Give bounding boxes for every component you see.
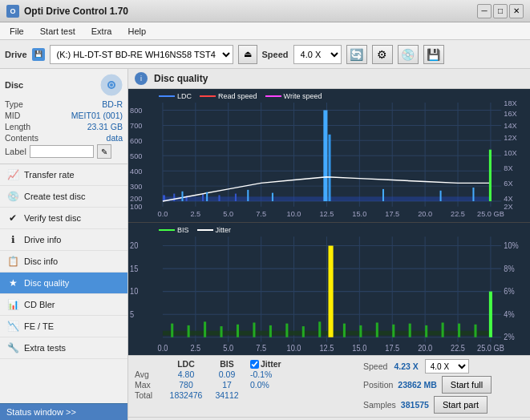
chart-title: Disc quality bbox=[154, 73, 208, 84]
svg-text:2%: 2% bbox=[504, 332, 515, 341]
svg-text:20: 20 bbox=[130, 240, 139, 250]
refresh-button[interactable]: 🔄 bbox=[346, 45, 367, 64]
svg-rect-55 bbox=[218, 195, 220, 201]
sidebar-label-disc-info: Disc info bbox=[24, 256, 58, 266]
jitter-avg: -0.1% bbox=[247, 370, 311, 379]
svg-text:5.0: 5.0 bbox=[223, 343, 233, 353]
svg-text:100: 100 bbox=[130, 203, 142, 211]
sidebar-item-fe-te[interactable]: 📉 FE / TE bbox=[0, 316, 127, 337]
svg-rect-63 bbox=[382, 189, 384, 201]
samples-value: 381575 bbox=[401, 400, 429, 410]
svg-text:700: 700 bbox=[130, 123, 142, 131]
svg-rect-58 bbox=[328, 135, 330, 201]
svg-text:6X: 6X bbox=[504, 180, 512, 188]
speed-selector-chart[interactable]: 4.0 X bbox=[425, 359, 469, 374]
svg-text:0.0: 0.0 bbox=[158, 210, 168, 218]
menu-start-test[interactable]: Start test bbox=[34, 25, 82, 38]
svg-rect-113 bbox=[318, 321, 321, 337]
svg-rect-120 bbox=[425, 325, 427, 337]
svg-text:2.5: 2.5 bbox=[190, 210, 200, 218]
speed-value: 4.23 X bbox=[394, 361, 418, 371]
sidebar-item-transfer-rate[interactable]: 📈 Transfer rate bbox=[0, 164, 127, 186]
sidebar-label-create-test-disc: Create test disc bbox=[24, 192, 85, 201]
samples-label: Samples bbox=[363, 400, 396, 410]
sidebar-item-verify-test-disc[interactable]: ✔ Verify test disc bbox=[0, 208, 127, 229]
menu-bar: File Start test Extra Help bbox=[0, 22, 530, 40]
svg-text:2.5: 2.5 bbox=[190, 343, 200, 353]
svg-text:8%: 8% bbox=[504, 264, 515, 273]
title-bar: O Opti Drive Control 1.70 ─ □ ✕ bbox=[0, 0, 530, 22]
disc-button[interactable]: 💿 bbox=[398, 45, 419, 64]
close-button[interactable]: ✕ bbox=[509, 4, 524, 18]
window-title: Opti Drive Control 1.70 bbox=[24, 6, 128, 17]
svg-text:18X: 18X bbox=[504, 99, 516, 107]
content-area: i Disc quality LDC Read speed bbox=[128, 69, 530, 420]
menu-extra[interactable]: Extra bbox=[85, 25, 119, 38]
label-input[interactable] bbox=[30, 145, 94, 158]
svg-text:25.0 GB: 25.0 GB bbox=[477, 343, 504, 353]
maximize-button[interactable]: □ bbox=[493, 4, 508, 18]
status-window-btn[interactable]: Status window >> bbox=[0, 403, 127, 420]
sidebar-item-disc-quality[interactable]: ★ Disc quality bbox=[0, 273, 127, 294]
svg-text:10: 10 bbox=[130, 286, 139, 296]
start-part-button[interactable]: Start part bbox=[434, 396, 488, 414]
settings-button[interactable]: ⚙ bbox=[372, 45, 393, 64]
svg-text:12.5: 12.5 bbox=[319, 343, 334, 353]
sidebar-label-disc-quality: Disc quality bbox=[24, 278, 69, 288]
jitter-checkbox[interactable] bbox=[250, 360, 259, 369]
svg-text:12X: 12X bbox=[504, 135, 516, 143]
jitter-total bbox=[247, 390, 311, 400]
svg-text:14X: 14X bbox=[504, 123, 516, 131]
jitter-max: 0.0% bbox=[247, 380, 311, 390]
position-label: Position bbox=[363, 380, 393, 390]
title-buttons: ─ □ ✕ bbox=[477, 4, 524, 18]
top-chart-svg: 800 700 600 500 400 300 200 100 18X 16X … bbox=[128, 89, 530, 222]
svg-text:17.5: 17.5 bbox=[385, 210, 399, 218]
svg-rect-64 bbox=[440, 191, 442, 201]
svg-text:2X: 2X bbox=[504, 203, 512, 211]
svg-text:15.0: 15.0 bbox=[352, 343, 366, 353]
svg-rect-112 bbox=[302, 326, 305, 337]
save-button[interactable]: 💾 bbox=[423, 45, 444, 64]
top-chart: LDC Read speed Write speed bbox=[128, 89, 530, 222]
speed-label: Speed bbox=[262, 50, 289, 59]
disc-info-icon: 📋 bbox=[6, 255, 19, 268]
svg-text:5: 5 bbox=[130, 309, 135, 319]
svg-rect-110 bbox=[269, 325, 272, 337]
svg-rect-109 bbox=[253, 322, 255, 337]
menu-file[interactable]: File bbox=[3, 25, 30, 38]
svg-text:600: 600 bbox=[130, 137, 142, 145]
label-edit-button[interactable]: ✎ bbox=[97, 144, 111, 159]
speed-selector[interactable]: 4.0 X bbox=[293, 45, 342, 64]
length-value: 23.31 GB bbox=[87, 122, 123, 131]
svg-rect-54 bbox=[202, 195, 204, 202]
drive-label: Drive bbox=[5, 50, 27, 59]
sidebar-item-create-test-disc[interactable]: 💿 Create test disc bbox=[0, 186, 127, 208]
chart-icon: i bbox=[135, 72, 148, 85]
svg-rect-111 bbox=[285, 323, 288, 337]
svg-text:22.5: 22.5 bbox=[451, 343, 465, 353]
svg-rect-62 bbox=[272, 193, 273, 201]
drive-selector[interactable]: (K:) HL-DT-ST BD-RE WH16NS58 TST4 bbox=[50, 45, 233, 64]
sidebar-item-disc-info[interactable]: 📋 Disc info bbox=[0, 251, 127, 273]
svg-rect-121 bbox=[442, 322, 444, 337]
svg-rect-122 bbox=[458, 323, 460, 337]
position-value: 23862 MB bbox=[398, 380, 436, 390]
menu-help[interactable]: Help bbox=[121, 25, 152, 38]
chart-header: i Disc quality bbox=[128, 69, 530, 89]
eject-button[interactable]: ⏏ bbox=[238, 45, 257, 64]
label-label: Label bbox=[5, 147, 26, 156]
svg-rect-115 bbox=[343, 323, 346, 337]
minimize-button[interactable]: ─ bbox=[477, 4, 492, 18]
sidebar-item-cd-bler[interactable]: 📊 CD Bler bbox=[0, 294, 127, 316]
progress-bar-container: Test completed 100.0% 31:22 bbox=[128, 417, 530, 420]
sidebar-item-extra-tests[interactable]: 🔧 Extra tests bbox=[0, 337, 127, 359]
avg-label: Avg bbox=[135, 370, 165, 379]
sidebar-label-cd-bler: CD Bler bbox=[24, 300, 55, 309]
svg-text:0.0: 0.0 bbox=[158, 343, 168, 353]
disc-section-title: Disc bbox=[5, 80, 23, 90]
start-full-button[interactable]: Start full bbox=[442, 376, 492, 394]
svg-rect-116 bbox=[359, 325, 362, 337]
sidebar-item-drive-info[interactable]: ℹ Drive info bbox=[0, 229, 127, 251]
svg-text:25.0 GB: 25.0 GB bbox=[477, 210, 504, 218]
